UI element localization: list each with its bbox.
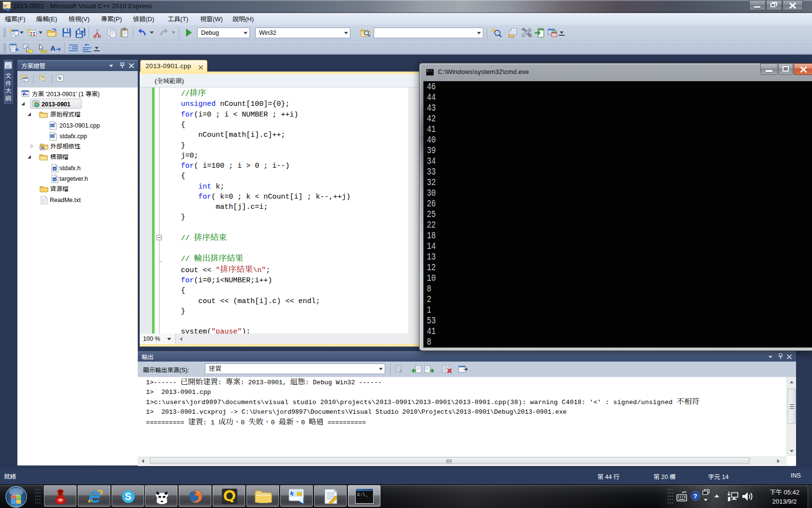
svg-text:h: h (54, 178, 56, 181)
svg-text:C++: C++ (51, 124, 57, 127)
svg-text:C++: C++ (51, 134, 57, 138)
svg-text:?: ? (694, 493, 697, 500)
svg-text:A: A (50, 44, 56, 52)
svg-text:h: h (54, 167, 56, 171)
